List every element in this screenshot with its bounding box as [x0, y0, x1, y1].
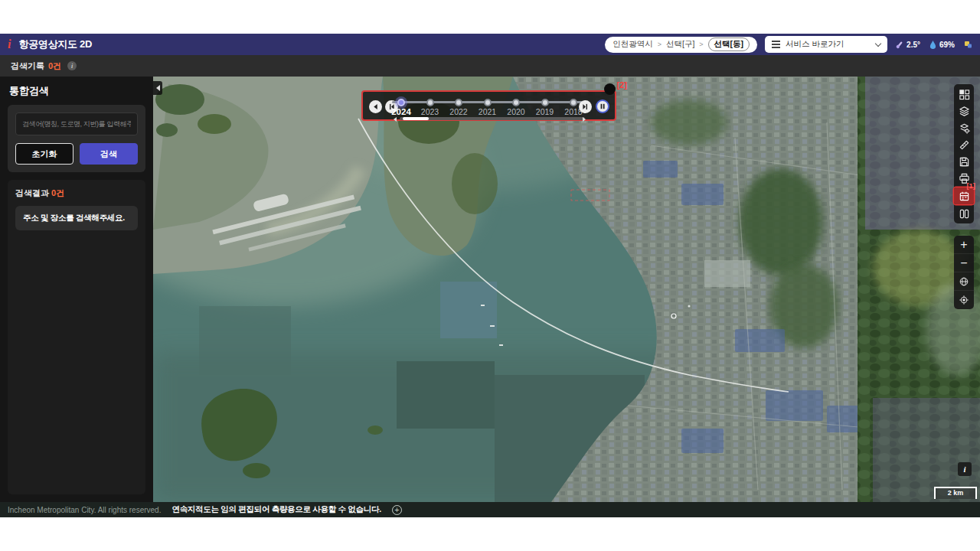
measure-ruler-icon	[959, 139, 970, 151]
timeline-calendar-icon	[959, 191, 970, 202]
expand-notice-icon[interactable]: +	[392, 505, 402, 515]
map-layers-button[interactable]	[954, 103, 974, 119]
year-label[interactable]: 2024	[386, 107, 416, 116]
satellite-map[interactable]: [2] 2024 2023 2022 2021 202	[153, 77, 980, 502]
year-dot-2022[interactable]	[455, 99, 462, 106]
footer-bar: Incheon Metropolitan City. All rights re…	[0, 502, 980, 517]
results-label: 검색결과	[15, 188, 49, 197]
year-dot-2021[interactable]	[484, 99, 492, 106]
year-label[interactable]: 2021	[472, 107, 503, 116]
sidebar-title: 통합검색	[0, 77, 153, 105]
results-empty-message: 주소 및 장소를 검색해주세요.	[15, 206, 138, 230]
search-input[interactable]	[15, 112, 138, 135]
year-dot-2019[interactable]	[541, 99, 549, 106]
my-location-button[interactable]	[954, 291, 974, 309]
reset-button[interactable]: 초기화	[15, 143, 74, 165]
skip-end-button[interactable]	[579, 100, 592, 113]
save-button[interactable]	[954, 153, 974, 170]
humidity-value: 69%	[939, 41, 955, 49]
toolbar-badge: [1]	[966, 181, 975, 190]
timeline-calendar-button[interactable]: [1]	[954, 187, 974, 204]
play-left-icon	[372, 103, 379, 110]
map-layers-icon	[959, 106, 970, 117]
skip-end-icon	[582, 103, 589, 110]
year-dot-2023[interactable]	[426, 99, 434, 106]
apps-grid-button[interactable]	[954, 86, 974, 103]
info-icon[interactable]: i	[67, 61, 77, 70]
year-dot-2018[interactable]	[570, 99, 577, 106]
satellite-imagery	[153, 77, 980, 502]
timeline-scroll-thumb[interactable]	[403, 117, 429, 120]
year-dot-2024[interactable]	[397, 99, 405, 106]
year-label[interactable]: 2020	[501, 107, 531, 116]
save-disk-icon	[959, 156, 970, 168]
reset-view-button[interactable]	[954, 272, 974, 291]
breadcrumb-district[interactable]: 선택[구]	[666, 39, 694, 50]
search-results-panel: 검색결과 0건 주소 및 장소를 검색해주세요.	[8, 180, 145, 494]
cadastral-notice: 연속지적도는 임의 편집되어 측량용으로 사용할 수 없습니다.	[172, 504, 381, 515]
search-history-label: 검색기록	[11, 60, 44, 72]
search-history-bar: 검색기록 0건 i	[0, 55, 980, 77]
zoom-out-button[interactable]: −	[954, 254, 974, 272]
services-dropdown-label: 서비스 바로가기	[786, 39, 844, 50]
year-label[interactable]: 2023	[415, 107, 446, 116]
chevron-down-icon	[875, 40, 881, 46]
year-dot-2020[interactable]	[512, 99, 520, 106]
search-history-count: 0건	[48, 60, 61, 72]
copyright-text: Incheon Metropolitan City. All rights re…	[8, 506, 161, 514]
sidebar-collapse-button[interactable]	[153, 81, 162, 95]
scroll-right-icon[interactable]	[583, 117, 586, 122]
pause-button[interactable]	[596, 99, 609, 113]
breadcrumb-neighborhood[interactable]: 선택[동]	[708, 37, 750, 51]
timeline-handle[interactable]	[604, 83, 616, 95]
app-window: i 항공영상지도 2D 인천광역시 > 선택[구] > 선택[동] 서비스 바로…	[0, 34, 980, 517]
timeline-scrollbar[interactable]	[400, 117, 585, 120]
air-quality-icon	[964, 41, 972, 49]
year-label[interactable]: 2022	[443, 107, 474, 116]
my-location-icon	[959, 295, 969, 305]
map-scale-bar: 2 km	[934, 487, 977, 499]
breadcrumb-separator: >	[699, 41, 703, 48]
search-panel: 초기화 검색	[8, 105, 145, 172]
weather-widget: 2.5° 69%	[895, 41, 972, 49]
year-label[interactable]: 2019	[530, 107, 560, 116]
apps-grid-icon	[959, 89, 970, 100]
map-info-button[interactable]: i	[958, 462, 972, 476]
zoom-controls: + −	[954, 236, 974, 309]
menu-icon	[772, 41, 780, 42]
play-reverse-button[interactable]	[369, 100, 382, 113]
zoom-in-button[interactable]: +	[954, 236, 974, 254]
globe-reset-icon	[959, 276, 969, 287]
scroll-left-icon[interactable]	[394, 117, 397, 122]
layer-settings-icon	[959, 122, 970, 134]
app-title: 항공영상지도 2D	[18, 37, 92, 51]
humidity-droplet-icon	[929, 41, 936, 49]
services-dropdown[interactable]: 서비스 바로가기	[765, 36, 887, 53]
layer-settings-button[interactable]	[954, 119, 974, 136]
temperature-value: 2.5°	[906, 41, 920, 49]
results-count: 0건	[51, 188, 64, 197]
measure-ruler-button[interactable]	[954, 136, 974, 153]
compare-split-button[interactable]	[954, 205, 974, 222]
search-button[interactable]: 검색	[80, 143, 138, 165]
app-header: i 항공영상지도 2D 인천광역시 > 선택[구] > 선택[동] 서비스 바로…	[0, 34, 980, 55]
breadcrumb-separator: >	[658, 41, 662, 48]
timeline-badge: [2]	[617, 80, 627, 90]
search-sidebar: 통합검색 초기화 검색 검색결과 0건 주소 및 장소를 검색해주세요.	[0, 77, 153, 502]
breadcrumb-region[interactable]: 인천광역시	[612, 39, 653, 50]
incheon-logo-icon: i	[8, 37, 11, 51]
thermometer-icon	[895, 41, 903, 49]
year-timeline-control: [2] 2024 2023 2022 2021 202	[361, 90, 616, 121]
region-breadcrumb[interactable]: 인천광역시 > 선택[구] > 선택[동]	[605, 37, 757, 53]
compare-split-icon	[959, 208, 970, 220]
collapse-arrow-icon	[156, 85, 160, 91]
map-toolbar: [1]	[954, 84, 974, 223]
pause-icon	[599, 103, 606, 109]
